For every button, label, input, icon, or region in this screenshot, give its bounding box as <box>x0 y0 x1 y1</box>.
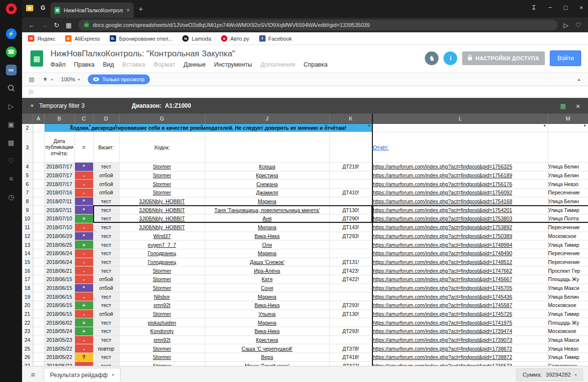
cell-a[interactable] <box>33 275 44 284</box>
opera-menu-icon[interactable] <box>6 3 17 14</box>
cell-report-link[interactable]: https://amurforum.com/index.php?act=find… <box>372 197 548 206</box>
cell-report-link[interactable]: https://amurforum.com/index.php?act=find… <box>372 292 548 301</box>
cell-name-link[interactable]: Милана <box>205 223 329 232</box>
cell-report-link[interactable]: https://amurforum.com/index.php?act=find… <box>372 258 548 266</box>
forward-icon[interactable]: → <box>41 22 48 29</box>
cell-walker-link[interactable]: Stormer <box>119 163 205 171</box>
warning-banner-cell[interactable]: Ходоки, дискредитировавшие себя в качест… <box>44 124 372 132</box>
reload-icon[interactable]: ↻ <box>54 22 59 29</box>
filter-caret-icon[interactable]: ▾ <box>51 77 53 82</box>
cell-dt-code[interactable]: ДТ377! <box>329 361 372 366</box>
cell-report-link[interactable]: https://amurforum.com/index.php?act=find… <box>372 163 548 171</box>
view-only-badge[interactable]: Только просмотр <box>88 74 150 84</box>
cell-a[interactable] <box>33 301 44 310</box>
bookmark-autoru[interactable]: аАвто.ру <box>221 35 249 42</box>
cell-date[interactable]: 2018/07/17 <box>44 163 74 171</box>
cell-status-mark[interactable]: - <box>74 275 93 284</box>
cell-report-link[interactable]: https://amurforum.com/index.php?act=find… <box>372 240 548 249</box>
zoom-select[interactable]: 100%▾ <box>61 76 79 82</box>
cell-name-link[interactable]: Ульяна <box>205 310 329 318</box>
cell-walker-link[interactable]: 3JI0БNbIy_HOBBIT <box>119 215 205 223</box>
cell-visit[interactable]: тест <box>93 361 119 366</box>
cell-date[interactable]: 2018/06/24 <box>44 249 74 258</box>
cell-dt-code[interactable]: ДТ130! <box>329 206 372 215</box>
cell-report-link[interactable]: https://amurforum.com/index.php?act=find… <box>372 275 548 284</box>
cell-status-mark[interactable]: * <box>74 163 93 171</box>
cell-date[interactable]: 2018/06/15 <box>44 275 74 284</box>
cell-a[interactable] <box>33 284 44 292</box>
filter-toolbar-icon[interactable]: ▼ <box>42 76 48 83</box>
menu-data[interactable]: Данные <box>183 61 205 68</box>
filter-name[interactable]: Temporary filter 3 <box>39 102 85 109</box>
formula-bar[interactable]: fx <box>22 86 588 98</box>
cell-visit[interactable]: отбой <box>93 171 119 180</box>
cell-dt-code[interactable]: ДТ418! <box>329 353 372 362</box>
row-number[interactable]: 18 <box>22 284 33 292</box>
cell-visit[interactable]: отбой <box>93 275 119 284</box>
cell-report-link[interactable]: https://amurforum.com/index.php?act=find… <box>372 206 548 215</box>
sheet-tab[interactable]: Результатэ рейдафф ▾ <box>44 368 121 382</box>
cell-dt-code[interactable] <box>329 171 372 180</box>
cell-walker-link[interactable]: evgen7_7_7 <box>119 240 205 249</box>
cell-date[interactable]: 2018/06/02 <box>44 318 74 327</box>
cell-visit[interactable]: тест <box>93 232 119 240</box>
cell-status-mark[interactable]: * <box>74 206 93 215</box>
cell-name-link[interactable]: Ира-Алёна <box>205 266 329 275</box>
cell-a[interactable] <box>33 197 44 206</box>
cell-report-link[interactable]: https://amurforum.com/index.php?act=find… <box>372 171 548 180</box>
cell-a[interactable] <box>33 327 44 336</box>
header-report[interactable]: Отчёт: <box>372 132 548 163</box>
snapshot-icon[interactable]: ▣ <box>6 119 17 130</box>
vk-icon[interactable]: VK <box>6 65 17 75</box>
cell-dt-code[interactable] <box>329 240 372 249</box>
sum-caret-icon[interactable]: ▾ <box>575 373 577 377</box>
cell-dt-code[interactable] <box>329 292 372 301</box>
cell-walker-link[interactable]: Stormer <box>119 353 205 362</box>
close-button[interactable]: × <box>579 4 583 11</box>
cell-address[interactable]: Улица Белин <box>548 163 588 171</box>
row-number[interactable]: 8 <box>22 197 33 206</box>
cell-visit[interactable]: тест <box>93 353 119 362</box>
row-number[interactable]: 23 <box>22 327 33 336</box>
collapse-toolbar-icon[interactable]: ▴ <box>578 76 580 82</box>
cell-address[interactable]: Площадь Жу <box>548 318 588 327</box>
col-header-b[interactable]: B <box>44 114 74 124</box>
cell-name-link[interactable]: Марина <box>205 292 329 301</box>
cell-date[interactable]: 2018/05/24 <box>44 327 74 336</box>
cell-date[interactable]: 2018/06/24 <box>44 258 74 266</box>
cell-walker-link[interactable]: Stormer <box>119 171 205 180</box>
corner-cell[interactable] <box>22 114 33 124</box>
cell-visit[interactable]: тест <box>93 301 119 310</box>
active-tab[interactable]: ▦ НижНовПалкоКонтроль × <box>50 2 134 18</box>
header-walker[interactable]: Ходок: <box>119 132 205 163</box>
cell-dt-code[interactable]: ДТ378! <box>329 344 372 353</box>
row-number[interactable]: 21 <box>22 310 33 318</box>
cell-walker-link[interactable]: Nilsbor <box>119 292 205 301</box>
cell-status-mark[interactable]: - <box>74 249 93 258</box>
cell-dt-code[interactable]: ДТ423! <box>329 266 372 275</box>
cell-a[interactable] <box>33 258 44 266</box>
cell-dt-code[interactable] <box>329 318 372 327</box>
row-number[interactable]: 14 <box>22 249 33 258</box>
cell-a[interactable] <box>33 215 44 223</box>
cell-address[interactable]: Улица Макси <box>548 335 588 344</box>
cell-date[interactable]: 2018/06/21 <box>44 266 74 275</box>
cell-status-mark[interactable]: - <box>74 189 93 197</box>
cell-name-link[interactable]: Таня 'Танцовщица, повелительница минета' <box>205 206 329 215</box>
row-number[interactable]: 19 <box>22 292 33 301</box>
cell-walker-link[interactable]: Stormer <box>119 266 205 275</box>
document-title[interactable]: НижНовПалкоКонтроль: "Контрольная Закупк… <box>50 49 235 59</box>
cell-status-mark[interactable]: - <box>74 335 93 344</box>
cell-walker-link[interactable]: Stormer <box>119 310 205 318</box>
sheet-tab-caret-icon[interactable]: ▾ <box>112 373 114 377</box>
bookmarks-heart-icon[interactable]: ♡ <box>6 155 17 166</box>
minimize-button[interactable]: − <box>548 4 552 11</box>
row-number[interactable]: 10 <box>22 215 33 223</box>
cell-dt-code[interactable]: ДТ293! <box>329 327 372 336</box>
cell-status-mark[interactable]: * <box>74 284 93 292</box>
cell-status-mark[interactable]: - <box>74 223 93 232</box>
cell-walker-link[interactable]: 3JI0БNbIy_HOBBIT <box>119 197 205 206</box>
row-number[interactable]: 12 <box>22 232 33 240</box>
cell-visit[interactable]: тест <box>93 163 119 171</box>
filter-funnel-icon[interactable]: ▼ <box>70 124 73 127</box>
